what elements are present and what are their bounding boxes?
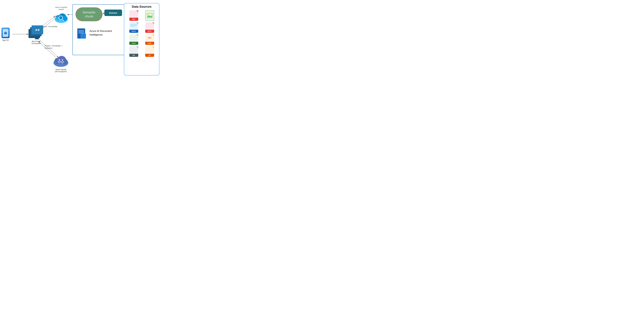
- cognitive-search-component: Azure CognitiveSearch: [54, 6, 68, 23]
- md-badge: MD: [129, 46, 138, 57]
- query-label: Query ->Knowledge: [42, 25, 58, 27]
- pdf-badge: PDF: [129, 10, 138, 21]
- pdf-label: PDF: [132, 18, 135, 20]
- azure-ai-box: Semanticchunk Extract: [72, 4, 128, 55]
- openai-cloud-icon: [52, 54, 69, 67]
- app-server-component: App Server,Orchestrator: [28, 25, 44, 45]
- tablet-icon: [2, 28, 10, 38]
- azure-openai-component: Azure OpenAI(GPT/ChatGPT): [52, 54, 69, 73]
- txt-label: TXT: [148, 54, 151, 56]
- semantic-chunk-label: Semanticchunk: [82, 10, 96, 18]
- md-file-icon: MD: [126, 46, 141, 57]
- pptx-badge: PPTX: [145, 22, 154, 33]
- diagram-container: App UX App Server,Orchestrator Azure Cog…: [0, 0, 161, 79]
- cognitive-search-icon: [54, 12, 68, 23]
- semantic-chunk-box: Semanticchunk: [76, 7, 102, 21]
- prompt-label: Prompt + Knowledge ->Response: [45, 45, 62, 49]
- app-ux-label: App UX: [2, 39, 9, 41]
- pptx-label: PPTX: [148, 30, 152, 32]
- doc-intel-label: Azure AI DocumentIntelligence: [90, 29, 112, 37]
- svg-line-19: [103, 13, 104, 14]
- xlsx-label: XLSX: [132, 42, 136, 44]
- extract-button[interactable]: Extract: [104, 9, 122, 16]
- svg-rect-12: [5, 33, 6, 33]
- docx-label: DOCX: [132, 30, 136, 32]
- tablet-screen: [3, 29, 8, 37]
- server-stack-icon: [28, 25, 44, 39]
- pdf-file-icon: PDF: [126, 10, 141, 21]
- xlsx-file-icon: XLSX: [126, 34, 141, 45]
- extract-label: Extract: [109, 11, 117, 14]
- img-badge: [145, 10, 154, 21]
- data-sources-title: Data Sources: [126, 5, 158, 8]
- svg-rect-11: [5, 32, 6, 33]
- svg-point-45: [148, 14, 149, 15]
- xlsx-badge: XLSX: [129, 34, 138, 45]
- image-svg: [147, 13, 152, 18]
- docx-file-icon: DOCX: [126, 22, 141, 33]
- svg-rect-25: [81, 33, 86, 38]
- img-file-icon: [142, 10, 157, 21]
- txt-file-icon: TXT: [142, 46, 157, 57]
- data-sources-panel: Data Sources PDF: [124, 3, 160, 75]
- index-label: Index: [55, 15, 59, 17]
- docx-badge: DOCX: [129, 22, 138, 33]
- azure-openai-label: Azure OpenAI(GPT/ChatGPT): [55, 68, 67, 73]
- txt-badge: TXT: [145, 46, 154, 57]
- html-badge: </> HTML: [145, 34, 154, 45]
- html-file-icon: </> HTML: [142, 34, 157, 45]
- cube-svg-icon: [4, 31, 7, 35]
- app-ux-component: App UX: [2, 28, 10, 41]
- html-label: HTML: [148, 42, 152, 44]
- cognitive-search-title: Azure CognitiveSearch: [55, 6, 67, 11]
- md-label: MD: [133, 54, 135, 56]
- file-grid: PDF: [126, 10, 158, 57]
- more-dots: ... ...: [126, 59, 158, 62]
- doc-intel-icon: [76, 28, 88, 41]
- pptx-file-icon: PPTX: [142, 22, 157, 33]
- app-server-label: App Server,Orchestrator: [32, 40, 41, 45]
